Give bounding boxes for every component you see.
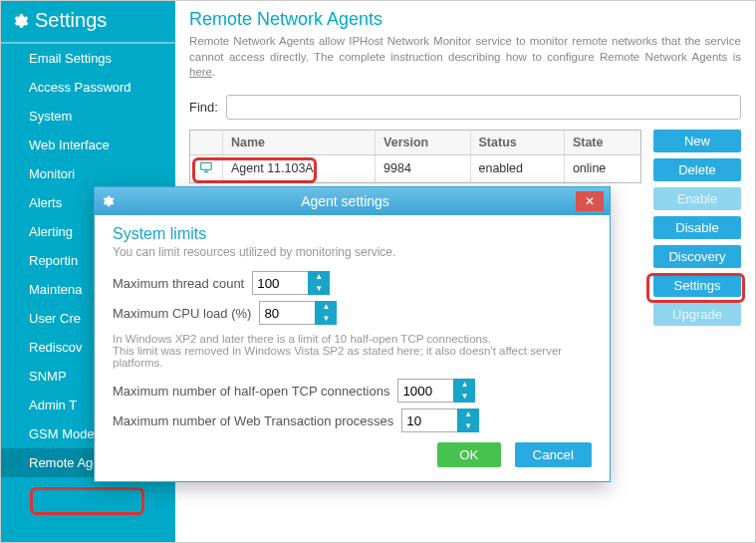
col-header: Version (376, 131, 470, 155)
settings-button[interactable]: Settings (653, 274, 741, 297)
close-icon[interactable]: ✕ (576, 191, 604, 211)
cell-name: Agent 11.103A (223, 154, 376, 182)
dialog-title: Agent settings (115, 193, 576, 209)
note-text: In Windows XP2 and later there is a limi… (113, 333, 592, 369)
webtrans-label: Maximum number of Web Transaction proces… (113, 413, 393, 428)
disable-button[interactable]: Disable (653, 216, 741, 239)
svg-rect-0 (201, 162, 212, 169)
thread-count-spinner[interactable]: ▲▼ (308, 271, 330, 295)
sidebar-title: Settings (1, 1, 175, 44)
upgrade-button: Upgrade (653, 303, 741, 326)
tcp-conn-label: Maximum number of half-open TCP connecti… (113, 384, 389, 399)
tcp-conn-spinner[interactable]: ▲▼ (453, 379, 475, 403)
sidebar-item-web-interface[interactable]: Web Interface (1, 131, 175, 159)
section-title: System limits (113, 225, 592, 243)
cpu-load-input[interactable] (259, 301, 315, 325)
ok-button[interactable]: OK (437, 442, 500, 467)
new-button[interactable]: New (653, 130, 741, 152)
gear-icon (101, 194, 115, 208)
page-description: Remote Network Agents allow IPHost Netwo… (189, 34, 741, 81)
action-buttons: NewDeleteEnableDisableDiscoverySettingsU… (653, 130, 741, 326)
discovery-button[interactable]: Discovery (653, 245, 741, 268)
agents-table: NameVersionStatusState Agent 11.103A9984… (190, 131, 640, 182)
table-row[interactable]: Agent 11.103A9984enabledonline (190, 154, 640, 182)
sidebar-item-monitori[interactable]: Monitori (1, 159, 175, 188)
col-header: Name (223, 131, 376, 155)
gear-icon (11, 12, 29, 30)
webtrans-spinner[interactable]: ▲▼ (457, 408, 479, 432)
cell-state: online (564, 154, 640, 182)
cpu-load-spinner[interactable]: ▲▼ (315, 301, 337, 325)
sidebar-item-access-password[interactable]: Access Password (1, 73, 175, 102)
section-subtitle: You can limit resources utilized by moni… (113, 245, 592, 259)
sidebar-item-email-settings[interactable]: Email Settings (1, 44, 175, 73)
thread-count-label: Maximum thread count (113, 276, 244, 291)
col-header: State (564, 131, 640, 155)
cell-version: 9984 (376, 154, 470, 182)
tcp-conn-input[interactable] (397, 379, 453, 403)
find-input[interactable] (226, 95, 741, 120)
col-header (190, 131, 223, 155)
cell-status: enabled (470, 154, 564, 182)
agent-settings-dialog: Agent settings ✕ System limits You can l… (94, 186, 611, 482)
cancel-button[interactable]: Cancel (515, 442, 593, 467)
here-link[interactable]: here (189, 66, 212, 78)
cpu-load-label: Maximum CPU load (%) (113, 306, 251, 321)
find-label: Find: (189, 100, 218, 115)
webtrans-input[interactable] (401, 408, 457, 432)
thread-count-input[interactable] (252, 271, 308, 295)
col-header: Status (470, 131, 564, 155)
monitor-icon (198, 160, 214, 174)
delete-button[interactable]: Delete (653, 158, 741, 181)
sidebar-title-text: Settings (35, 9, 107, 32)
page-title: Remote Network Agents (189, 9, 741, 30)
enable-button: Enable (653, 187, 741, 210)
sidebar-item-system[interactable]: System (1, 102, 175, 131)
